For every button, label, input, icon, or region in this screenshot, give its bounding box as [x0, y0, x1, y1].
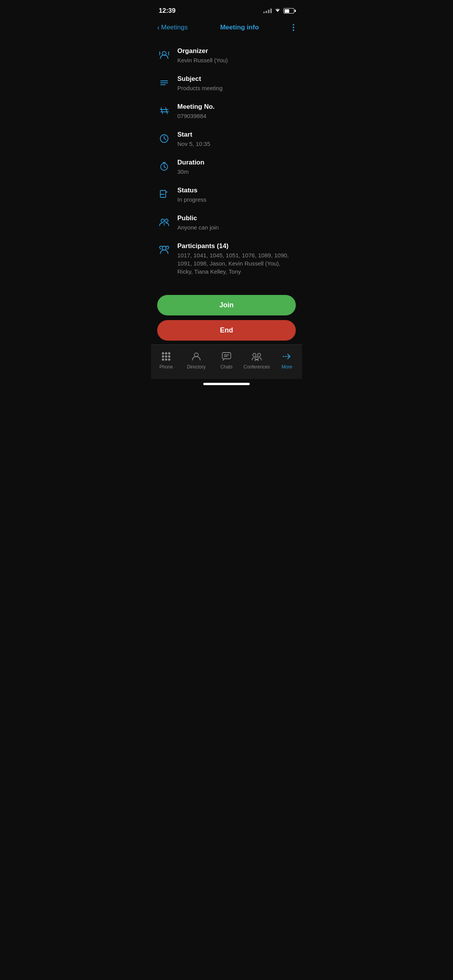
svg-point-19 [165, 219, 168, 222]
signal-icon [263, 9, 272, 13]
svg-line-15 [164, 167, 166, 168]
battery-icon [283, 8, 294, 14]
participants-label: Participants (14) [177, 242, 296, 250]
public-value: Anyone can join [177, 223, 296, 231]
status-value: In progress [177, 195, 296, 204]
svg-point-28 [257, 353, 261, 356]
subject-content: Subject Products meeting [177, 75, 296, 92]
subject-row: Subject Products meeting [157, 70, 296, 98]
nav-item-chats[interactable]: Chats [211, 349, 242, 371]
start-content: Start Nov 5, 10:35 [177, 131, 296, 148]
subject-label: Subject [177, 75, 296, 83]
chats-label: Chats [220, 364, 232, 370]
public-content: Public Anyone can join [177, 214, 296, 231]
svg-point-18 [161, 219, 164, 222]
more-options-button[interactable] [291, 22, 296, 33]
status-bar: 12:39 [151, 0, 302, 19]
nav-item-phone[interactable]: Phone [151, 349, 181, 371]
svg-line-5 [166, 108, 167, 114]
nav-item-conferences[interactable]: Conferences [242, 349, 272, 371]
duration-icon [157, 159, 171, 173]
home-indicator [203, 383, 250, 385]
chats-icon [220, 350, 233, 363]
end-button[interactable]: End [157, 320, 296, 341]
public-label: Public [177, 214, 296, 222]
organizer-row: Organizer Kevin Russell (You) [157, 42, 296, 70]
duration-content: Duration 30m [177, 159, 296, 176]
phone-icon [160, 350, 172, 363]
organizer-content: Organizer Kevin Russell (You) [177, 47, 296, 64]
svg-line-10 [164, 139, 166, 140]
organizer-icon [157, 48, 171, 62]
start-value: Nov 5, 10:35 [177, 140, 296, 148]
bottom-nav: Phone Directory Chats [151, 344, 302, 379]
nav-item-directory[interactable]: Directory [181, 349, 211, 371]
meeting-no-value: 079039884 [177, 112, 296, 120]
status-content: Status In progress [177, 187, 296, 204]
status-row: Status In progress [157, 181, 296, 209]
subject-icon [157, 76, 171, 90]
svg-rect-24 [222, 353, 231, 359]
nav-item-more[interactable]: More [272, 349, 302, 371]
meeting-info-content: Organizer Kevin Russell (You) Subject Pr… [151, 39, 302, 287]
duration-row: Duration 30m [157, 153, 296, 181]
duration-label: Duration [177, 159, 296, 166]
back-button[interactable]: ‹ Meetings [157, 24, 188, 32]
meeting-no-row: Meeting No. 079039884 [157, 98, 296, 125]
meeting-no-icon [157, 104, 171, 118]
participants-row: Participants (14) 1017, 1041, 1045, 1051… [157, 237, 296, 281]
join-button[interactable]: Join [157, 295, 296, 315]
meeting-no-content: Meeting No. 079039884 [177, 103, 296, 120]
nav-header: ‹ Meetings Meeting info [151, 19, 302, 39]
start-row: Start Nov 5, 10:35 [157, 125, 296, 153]
directory-label: Directory [187, 364, 206, 370]
public-icon [157, 215, 171, 229]
status-time: 12:39 [159, 7, 175, 15]
status-label: Status [177, 187, 296, 194]
home-indicator-area [151, 379, 302, 388]
svg-point-27 [253, 353, 256, 356]
wifi-icon [274, 7, 281, 14]
svg-rect-16 [160, 190, 166, 197]
meeting-no-label: Meeting No. [177, 103, 296, 111]
start-icon [157, 132, 171, 146]
participants-value: 1017, 1041, 1045, 1051, 1076, 1089, 1090… [177, 251, 296, 276]
participants-icon [157, 243, 171, 257]
start-label: Start [177, 131, 296, 139]
status-icons [263, 7, 294, 14]
phone-label: Phone [160, 364, 173, 370]
more-icon [281, 350, 293, 363]
svg-line-4 [161, 108, 163, 114]
back-chevron-icon: ‹ [157, 24, 160, 32]
participants-content: Participants (14) 1017, 1041, 1045, 1051… [177, 242, 296, 276]
directory-icon [190, 350, 202, 363]
page-title: Meeting info [220, 24, 259, 31]
back-label: Meetings [161, 24, 188, 31]
actions-area: Join End [151, 287, 302, 344]
conferences-label: Conferences [244, 364, 270, 370]
status-icon [157, 187, 171, 201]
conferences-icon [251, 350, 263, 363]
more-label: More [281, 364, 292, 370]
public-row: Public Anyone can join [157, 209, 296, 237]
organizer-label: Organizer [177, 47, 296, 55]
organizer-value: Kevin Russell (You) [177, 56, 296, 64]
duration-value: 30m [177, 168, 296, 176]
subject-value: Products meeting [177, 84, 296, 92]
